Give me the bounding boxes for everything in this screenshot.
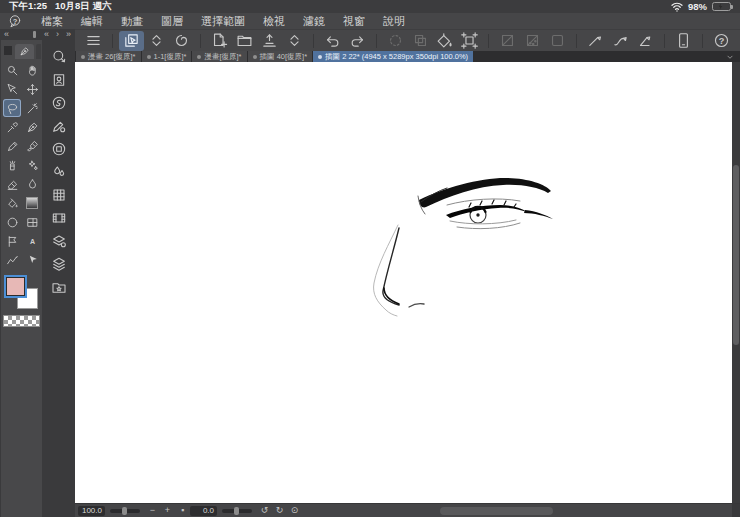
save-file-button[interactable] xyxy=(257,31,282,51)
canvas-tab-4[interactable]: 插圖 40[復原]* xyxy=(248,51,313,62)
vertical-scrollbar[interactable] xyxy=(732,62,740,503)
palette-layer-button[interactable] xyxy=(47,253,71,274)
merge-layer-button[interactable] xyxy=(408,31,433,51)
zoom-in-button[interactable]: + xyxy=(160,505,175,517)
reset-rotation-button[interactable]: ⊙ xyxy=(287,505,302,517)
tone-button[interactable] xyxy=(520,31,545,51)
menu-filter[interactable]: 濾鏡 xyxy=(294,14,334,29)
rotation-slider[interactable] xyxy=(222,509,252,513)
tool-object-button[interactable] xyxy=(3,80,21,98)
dock-drag-handle[interactable] xyxy=(33,31,36,38)
canvas-size-icon xyxy=(461,32,478,49)
tool-pen-button[interactable] xyxy=(23,118,41,136)
tool-lasso-button[interactable] xyxy=(3,99,21,117)
touch-settings-button[interactable] xyxy=(169,31,194,51)
touch-gesture-button[interactable] xyxy=(119,31,144,51)
palette-color-mixing-button[interactable] xyxy=(47,161,71,182)
save-options-button[interactable] xyxy=(282,31,307,51)
palette-timeline-button[interactable] xyxy=(47,207,71,228)
snap-to-ruler-button[interactable] xyxy=(583,31,608,51)
tool-airbrush-button[interactable] xyxy=(3,156,21,174)
zoom-slider-thumb[interactable] xyxy=(122,507,127,515)
zoom-value[interactable]: 100.0 xyxy=(78,506,105,516)
vertical-scrollbar-thumb[interactable] xyxy=(733,165,739,345)
horizontal-scrollbar-thumb[interactable] xyxy=(440,507,553,515)
menu-layer[interactable]: 圖層 xyxy=(152,14,192,29)
snap-straight-icon xyxy=(587,32,604,49)
companion-mode-button[interactable] xyxy=(671,31,696,51)
dock-arrow-expand[interactable]: » xyxy=(66,30,71,39)
actual-size-button[interactable]: ▪ xyxy=(175,505,190,517)
snap-to-special-ruler-button[interactable] xyxy=(633,31,658,51)
dock-arrow-next[interactable]: › xyxy=(56,30,59,39)
tool-blend-button[interactable] xyxy=(23,175,41,193)
new-canvas-button[interactable] xyxy=(207,31,232,51)
tool-balloon-button[interactable] xyxy=(3,232,21,250)
menu-animation[interactable]: 動畫 xyxy=(112,14,152,29)
tool-auto-select-button[interactable] xyxy=(23,99,41,117)
palette-material-button[interactable] xyxy=(47,276,71,297)
palette-sub-view-button[interactable] xyxy=(47,69,71,90)
tool-eraser-button[interactable] xyxy=(3,175,21,193)
menu-edit[interactable]: 編輯 xyxy=(72,14,112,29)
palette-reference-button[interactable] xyxy=(47,92,71,113)
tool-brush-button[interactable] xyxy=(23,137,41,155)
frame-border-button[interactable] xyxy=(545,31,570,51)
open-file-button[interactable] xyxy=(232,31,257,51)
canvas-area[interactable] xyxy=(75,62,732,503)
canvas-tab-2[interactable]: 1-1[復原]* xyxy=(142,51,192,62)
tool-move-layer-button[interactable] xyxy=(23,80,41,98)
change-canvas-size-button[interactable] xyxy=(457,31,482,51)
fill-button[interactable] xyxy=(433,31,458,51)
tool-decoration-button[interactable] xyxy=(23,156,41,174)
palette-quick-access-button[interactable] xyxy=(47,46,71,67)
tool-fill-button[interactable] xyxy=(3,194,21,212)
menu-view[interactable]: 檢視 xyxy=(254,14,294,29)
canvas-tab-5[interactable]: 插圖 2 22* (4945 x 5289px 350dpi 100.0%) xyxy=(313,51,473,62)
tool-zoom-button[interactable] xyxy=(3,61,21,79)
tool-eyedropper-button[interactable] xyxy=(3,118,21,136)
canvas-tab-3[interactable]: 漫畫[復原]* xyxy=(192,51,246,62)
palette-layer-property-button[interactable] xyxy=(47,230,71,251)
tool-pencil-button[interactable] xyxy=(3,137,21,155)
dock-arrow-left[interactable]: « xyxy=(44,30,49,39)
snap-to-curve-button[interactable] xyxy=(608,31,633,51)
tool-palette-tab[interactable] xyxy=(15,44,34,59)
gesture-options-button[interactable] xyxy=(144,31,169,51)
menu-window[interactable]: 視窗 xyxy=(334,14,374,29)
tool-frame-button[interactable] xyxy=(23,213,41,231)
menu-help[interactable]: 說明 xyxy=(374,14,414,29)
undo-button[interactable] xyxy=(320,31,345,51)
zoom-out-button[interactable]: − xyxy=(145,505,160,517)
menu-selection[interactable]: 選擇範圍 xyxy=(192,14,254,29)
rotate-cw-button[interactable]: ↻ xyxy=(272,505,287,517)
main-menu-button[interactable] xyxy=(81,31,106,51)
collapse-dock-button[interactable]: « xyxy=(4,30,9,39)
toolbar-divider xyxy=(376,34,377,48)
tool-gradient-button[interactable] xyxy=(23,194,41,212)
touch-help-button[interactable]: ? xyxy=(709,31,734,51)
transparent-color-swatch[interactable] xyxy=(3,315,40,327)
palette-sub-tool-detail-button[interactable] xyxy=(47,115,71,136)
foreground-color-swatch[interactable] xyxy=(4,275,27,298)
menu-file[interactable]: 檔案 xyxy=(32,14,72,29)
rotate-ccw-button[interactable]: ↺ xyxy=(257,505,272,517)
tool-hand-button[interactable] xyxy=(23,61,41,79)
rotation-slider-thumb[interactable] xyxy=(234,507,239,515)
palette-navigator-button[interactable] xyxy=(47,138,71,159)
dropper-icon xyxy=(6,121,19,134)
tab-list-button[interactable] xyxy=(720,51,740,62)
tool-figure-button[interactable] xyxy=(3,213,21,231)
tool-text-button[interactable]: A xyxy=(23,232,41,250)
palette-color-set-button[interactable] xyxy=(47,184,71,205)
canvas-tab-1[interactable]: 漫畫 26[復原]* xyxy=(76,51,141,62)
rotation-value[interactable]: 0.0 xyxy=(190,506,217,516)
redo-button[interactable] xyxy=(345,31,370,51)
palette-pin-button[interactable] xyxy=(4,46,12,55)
tool-line-correction-button[interactable] xyxy=(3,251,21,269)
scale-rotate-button[interactable] xyxy=(495,31,520,51)
zoom-slider[interactable] xyxy=(110,509,140,513)
update-display-button[interactable] xyxy=(383,31,408,51)
tool-select-button[interactable] xyxy=(23,251,41,269)
clip-studio-logo-icon[interactable]: ? xyxy=(8,14,26,28)
